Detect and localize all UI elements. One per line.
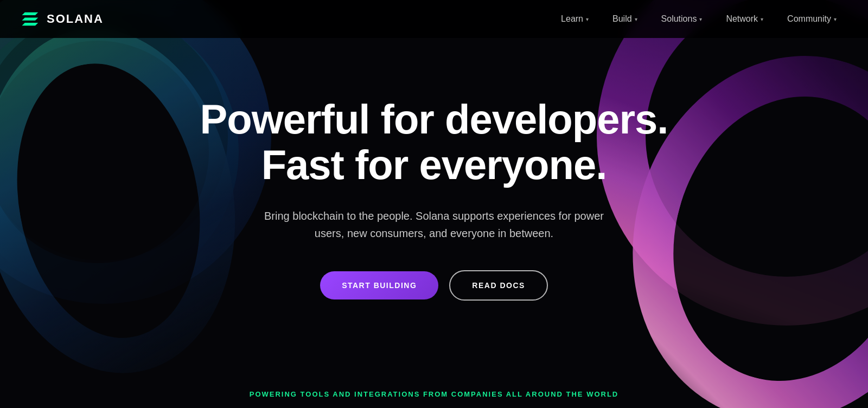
nav-label-solutions: Solutions xyxy=(661,14,697,24)
nav-label-learn: Learn xyxy=(561,14,583,24)
navbar: SOLANA Learn ▾ Build ▾ Solutions ▾ Netwo… xyxy=(0,0,868,38)
hero-content: Powerful for developers. Fast for everyo… xyxy=(200,97,668,333)
logo[interactable]: SOLANA xyxy=(22,11,104,27)
hero-title-line2: Fast for everyone. xyxy=(261,142,607,188)
hero-footer-text: POWERING TOOLS AND INTEGRATIONS FROM COM… xyxy=(250,390,618,398)
nav-label-community: Community xyxy=(787,14,831,24)
hero-subtitle: Bring blockchain to the people. Solana s… xyxy=(260,207,608,242)
logo-text: SOLANA xyxy=(47,12,104,26)
nav-links: Learn ▾ Build ▾ Solutions ▾ Network ▾ Co… xyxy=(551,10,846,28)
nav-item-solutions[interactable]: Solutions ▾ xyxy=(652,10,712,28)
read-docs-button[interactable]: READ DOCS xyxy=(449,270,548,301)
chevron-down-icon: ▾ xyxy=(834,16,837,22)
chevron-down-icon: ▾ xyxy=(586,16,589,22)
nav-label-build: Build xyxy=(612,14,632,24)
hero-buttons: START BUILDING READ DOCS xyxy=(200,270,668,301)
hero-section: Powerful for developers. Fast for everyo… xyxy=(0,0,868,408)
nav-label-network: Network xyxy=(726,14,758,24)
nav-item-network[interactable]: Network ▾ xyxy=(716,10,773,28)
nav-item-build[interactable]: Build ▾ xyxy=(603,10,647,28)
nav-item-community[interactable]: Community ▾ xyxy=(777,10,846,28)
start-building-button[interactable]: START BUILDING xyxy=(320,271,438,299)
chevron-down-icon: ▾ xyxy=(635,16,637,22)
chevron-down-icon: ▾ xyxy=(699,16,702,22)
chevron-down-icon: ▾ xyxy=(761,16,763,22)
solana-logo-icon xyxy=(22,11,41,27)
hero-title-line1: Powerful for developers. xyxy=(200,96,668,142)
nav-item-learn[interactable]: Learn ▾ xyxy=(551,10,598,28)
hero-title: Powerful for developers. Fast for everyo… xyxy=(200,97,668,187)
